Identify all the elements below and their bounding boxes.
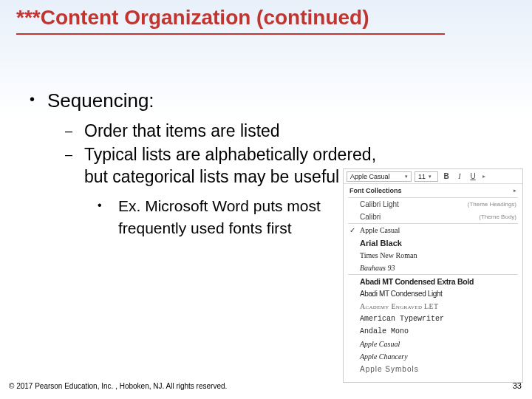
list-item: – Order that items are listed (65, 120, 495, 142)
bold-button[interactable]: B (441, 171, 451, 182)
chevron-right-icon: ▸ (514, 188, 516, 194)
font-option[interactable]: American Typewriter (344, 313, 522, 325)
font-name-value: Apple Casual (350, 173, 390, 180)
font-option[interactable]: Abadi MT Condensed Extra Bold (344, 275, 522, 287)
font-option-hint: (Theme Body) (479, 214, 516, 220)
slide: ***Content Organization (continued) • Se… (0, 0, 532, 399)
font-option[interactable]: ✓ Apple Casual (344, 224, 522, 236)
font-name-select[interactable]: Apple Casual ▾ (347, 171, 412, 182)
font-option-label: Times New Roman (360, 251, 516, 259)
font-option-label: Apple Casual (360, 226, 516, 234)
italic-button[interactable]: I (454, 171, 465, 182)
font-option-label: Apple Chancery (360, 352, 516, 361)
bullet-text: Order that items are listed (84, 120, 280, 142)
check-icon: ✓ (349, 226, 360, 234)
slide-title: ***Content Organization (continued) (16, 6, 369, 30)
font-collections-row[interactable]: Font Collections ▸ (344, 184, 522, 197)
font-option-label: Andale Mono (360, 327, 516, 335)
font-option[interactable]: Abadi MT Condensed Light (344, 287, 522, 300)
font-option[interactable]: Bauhaus 93 (344, 262, 522, 274)
font-option-hint: (Theme Headings) (468, 201, 516, 208)
font-option[interactable]: Andale Mono (344, 325, 522, 338)
bullet-icon: – (65, 120, 84, 142)
font-option[interactable]: Apple Symbols (344, 363, 522, 375)
font-option[interactable]: Calibri Light (Theme Headings) (344, 198, 522, 211)
bullet-text: Ex. Microsoft Word puts most frequently … (118, 195, 362, 239)
font-option-label: Apple Symbols (360, 365, 516, 373)
font-option-label: Abadi MT Condensed Extra Bold (360, 277, 516, 286)
bullet-text: Sequencing: (47, 89, 154, 112)
bullet-icon: • (98, 195, 118, 239)
expand-icon[interactable]: ▸ (482, 173, 485, 180)
chevron-down-icon: ▾ (405, 174, 408, 180)
bullet-icon: – (65, 143, 84, 188)
font-option[interactable]: Apple Chancery (344, 350, 522, 363)
font-option-label: Apple Casual (360, 340, 516, 348)
font-toolbar: Apple Casual ▾ 11 ▾ B I U ▸ (344, 169, 522, 184)
chevron-down-icon: ▾ (429, 174, 432, 180)
font-collections-label: Font Collections (349, 187, 402, 194)
page-number: 33 (513, 381, 522, 390)
font-size-select[interactable]: 11 ▾ (415, 171, 438, 182)
font-option[interactable]: Times New Roman (344, 249, 522, 262)
font-option-label: Calibri Light (360, 200, 468, 208)
underline-button[interactable]: U (468, 171, 478, 182)
font-option[interactable]: Arial Black (344, 236, 522, 249)
bullet-icon: • (30, 89, 47, 112)
font-option[interactable]: Apple Casual (344, 338, 522, 350)
font-option-label: Calibri (360, 213, 479, 221)
font-size-value: 11 (418, 173, 426, 180)
font-option[interactable]: Calibri (Theme Body) (344, 211, 522, 223)
list-item: • Sequencing: (30, 89, 495, 112)
font-option-label: Arial Black (360, 239, 516, 248)
font-option-label: Bauhaus 93 (360, 264, 516, 272)
font-option-label: Academy Engraved LET (360, 302, 516, 310)
font-option-label: American Typewriter (360, 315, 516, 323)
font-option-label: Abadi MT Condensed Light (360, 290, 516, 298)
font-option[interactable]: Academy Engraved LET (344, 300, 522, 313)
copyright-footer: © 2017 Pearson Education, Inc. , Hoboken… (9, 382, 227, 390)
font-dropdown-screenshot: Apple Casual ▾ 11 ▾ B I U ▸ Font Collect… (343, 168, 523, 383)
title-underline (16, 33, 445, 35)
